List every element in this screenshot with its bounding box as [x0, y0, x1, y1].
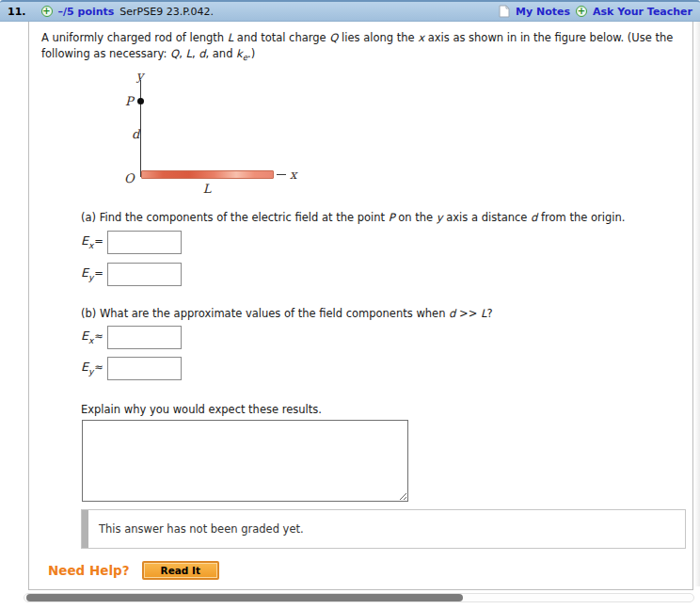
point-p-label: P [125, 95, 134, 107]
question-number: 11. [8, 6, 26, 18]
expand-points-icon[interactable]: + [41, 6, 53, 17]
math-sub-y: y [88, 367, 93, 377]
ask-teacher-icon[interactable]: + [576, 6, 587, 17]
intro-text: lies along the [338, 31, 418, 44]
math-E: E [81, 329, 88, 343]
question-header-bar: 11. + –/5 points SerPSE9 23.P.042. My No… [0, 0, 700, 22]
intro-text: .) [247, 47, 255, 60]
explain-textarea[interactable] [82, 420, 408, 502]
question-intro: A uniformly charged rod of length L and … [41, 30, 694, 64]
field-row-ex-b: Ex≈ [81, 325, 689, 349]
ey-answer-input-b[interactable] [107, 357, 182, 380]
horizontal-scrollbar-thumb[interactable] [26, 594, 463, 601]
math-sub-y: y [88, 273, 93, 282]
intro-text: and total charge [233, 31, 329, 44]
ey-label: Ey= [81, 265, 107, 282]
math-equals: = [94, 234, 103, 248]
field-row-ey-a: Ey= [81, 262, 689, 286]
prompt-text: (a) Find the components of the electric … [81, 211, 389, 224]
ey-answer-input-a[interactable] [107, 263, 182, 286]
assignment-id: SerPSE9 23.P.042. [119, 6, 214, 18]
y-axis-line [140, 80, 141, 177]
rod-figure: y P d O x L [127, 75, 390, 198]
var-Q: Q [170, 47, 179, 60]
my-notes-link[interactable]: My Notes [516, 6, 570, 18]
x-axis-dash [277, 174, 286, 175]
header-left: 11. + –/5 points SerPSE9 23.P.042. [8, 6, 214, 18]
prompt-text: (b) What are the approximate values of t… [81, 307, 449, 320]
ex-approx-label: Ex≈ [81, 329, 107, 345]
math-E: E [81, 360, 88, 374]
field-row-ey-b: Ey≈ [81, 356, 689, 380]
length-L-label: L [198, 183, 216, 195]
math-approx: ≈ [94, 361, 103, 374]
ey-approx-label: Ey≈ [81, 360, 107, 377]
math-E: E [81, 265, 88, 280]
math-sub-x: x [88, 336, 93, 345]
prompt-text: axis a distance [443, 211, 531, 224]
point-p-dot [137, 98, 144, 104]
points-label: –/5 points [58, 6, 115, 18]
graded-left-bar [82, 510, 88, 548]
math-approx: ≈ [94, 329, 103, 343]
var-y: y [437, 211, 443, 224]
page-right-edge [694, 22, 700, 586]
math-sub-x: x [88, 241, 93, 250]
read-it-button[interactable]: Read It [142, 561, 219, 580]
ex-answer-input-a[interactable] [107, 231, 182, 254]
ask-your-teacher-link[interactable]: Ask Your Teacher [593, 6, 692, 18]
graded-status-text: This answer has not been graded yet. [99, 522, 304, 536]
ex-label: Ex= [81, 233, 107, 250]
charged-rod [141, 170, 274, 179]
part-a-prompt: (a) Find the components of the electric … [81, 211, 689, 225]
origin-label: O [124, 172, 135, 184]
field-row-ex-a: Ex= [81, 230, 689, 254]
var-d: d [199, 47, 205, 60]
var-k: k [236, 47, 243, 60]
explain-prompt: Explain why you would expect these resul… [81, 403, 689, 417]
ex-answer-input-b[interactable] [107, 326, 182, 349]
distance-d-label: d [132, 128, 139, 140]
intro-text: A uniformly charged rod of length [41, 31, 228, 44]
math-equals: = [94, 266, 103, 280]
intro-text: , and [206, 47, 237, 60]
my-notes-icon[interactable] [499, 5, 510, 18]
var-P: P [389, 211, 395, 224]
question-panel: A uniformly charged rod of length L and … [28, 22, 693, 590]
need-help-row: Need Help? Read It [48, 561, 689, 580]
prompt-text: from the origin. [537, 211, 625, 224]
part-b-prompt: (b) What are the approximate values of t… [81, 307, 689, 321]
need-help-label: Need Help? [48, 563, 130, 578]
math-E: E [81, 233, 88, 248]
horizontal-scrollbar-track[interactable] [24, 593, 694, 602]
header-right: My Notes + Ask Your Teacher [499, 5, 692, 18]
prompt-text: >> [455, 307, 481, 320]
x-axis-label: x [290, 168, 296, 181]
prompt-text: ? [486, 307, 492, 320]
prompt-text: on the [395, 211, 437, 224]
graded-status-box: This answer has not been graded yet. [81, 509, 686, 549]
